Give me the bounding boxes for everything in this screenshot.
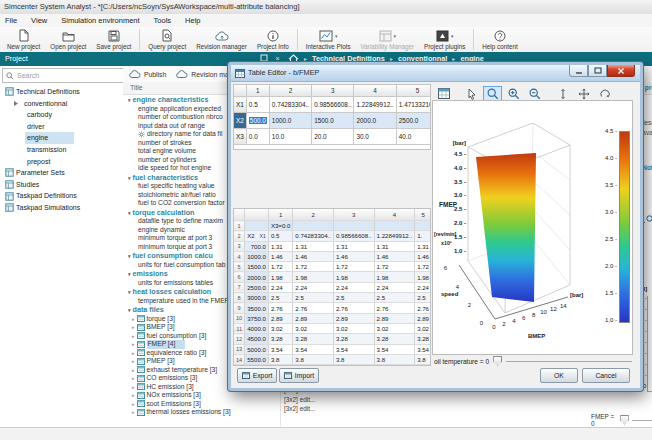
section-expander-icon[interactable]: ▾ bbox=[128, 253, 131, 259]
slice-x2-value[interactable]: 5500.0 bbox=[245, 354, 269, 364]
slice-cell[interactable]: 2.5 bbox=[293, 293, 334, 303]
axes-col-header-2[interactable]: 2 bbox=[269, 85, 311, 97]
slice-cell[interactable]: 1.98 bbox=[415, 272, 431, 282]
slice-cell[interactable] bbox=[374, 221, 415, 231]
slice-x2-value[interactable]: 3500.0 bbox=[245, 303, 269, 313]
slice-cell[interactable]: 3.8 bbox=[333, 354, 374, 364]
slice-cell[interactable]: 2.76 bbox=[268, 303, 292, 313]
pan-icon[interactable] bbox=[574, 86, 593, 101]
row-header-x3[interactable]: X3 bbox=[234, 129, 246, 145]
slice-cell[interactable]: 3.28 bbox=[374, 334, 415, 344]
slice-cell[interactable]: 2.89 bbox=[415, 313, 431, 323]
slice-cell[interactable]: 1.46 bbox=[333, 251, 374, 261]
slice-cell[interactable]: 2.24 bbox=[293, 282, 334, 292]
cancel-button[interactable]: Cancel bbox=[582, 368, 630, 383]
slice-cell[interactable]: X3=0.0 bbox=[268, 221, 292, 231]
row-expander-icon[interactable]: ▸ bbox=[132, 323, 135, 332]
slice-cell[interactable]: 1.22849912.. bbox=[374, 231, 415, 241]
tree-item-prepost[interactable]: prepost bbox=[0, 156, 123, 168]
tree-item-studies[interactable]: Studies bbox=[0, 179, 123, 191]
slice-row-number[interactable]: 11 bbox=[234, 323, 245, 333]
slice-cell[interactable]: 1.31 bbox=[374, 241, 415, 251]
zoom-box-icon[interactable] bbox=[483, 86, 502, 101]
row-expander-icon[interactable]: ▸ bbox=[132, 391, 135, 400]
slice-cell[interactable]: 1.46 bbox=[268, 251, 292, 261]
slice-cell[interactable]: 0.98566608.. bbox=[333, 231, 374, 241]
row-expander-icon[interactable]: ▸ bbox=[132, 357, 135, 366]
slice-row-number[interactable]: 2 bbox=[234, 231, 245, 241]
slice-cell[interactable]: 1.98 bbox=[333, 272, 374, 282]
axes-cell[interactable]: 500.0 bbox=[246, 113, 269, 129]
oil-temperature-slider-track[interactable] bbox=[506, 361, 632, 362]
slice-row-number[interactable]: 8 bbox=[234, 293, 245, 303]
axes-cell[interactable]: 10.0 bbox=[269, 129, 311, 145]
row-expander-icon[interactable]: ▸ bbox=[132, 366, 135, 375]
slice-row-number[interactable]: 4 bbox=[234, 251, 245, 261]
slice-x2-value[interactable]: 5000.0 bbox=[245, 344, 269, 354]
slice-cell[interactable]: 1.72 bbox=[293, 262, 334, 272]
fmep-slider-thumb[interactable] bbox=[620, 415, 628, 426]
axes-col-header-4[interactable]: 4 bbox=[354, 85, 396, 97]
tree-item-transmission[interactable]: transmission bbox=[0, 144, 123, 156]
help-content-button[interactable]: Help content bbox=[477, 28, 522, 51]
slice-row-number[interactable]: 7 bbox=[234, 282, 245, 292]
slice-row-number[interactable]: 13 bbox=[234, 344, 245, 354]
tree-item-parameter-sets[interactable]: Parameter Sets bbox=[0, 167, 123, 179]
menu-help[interactable]: Help bbox=[185, 14, 200, 27]
chevron-down-icon[interactable]: ▾ bbox=[335, 33, 338, 39]
slice-row-number[interactable]: 12 bbox=[234, 334, 245, 344]
surface-plot[interactable]: 4.5 -4.0 -3.5 -3.0 -2.5 -2.0 -1.5 -1.0 -… bbox=[432, 100, 633, 355]
section-expander-icon[interactable]: ▾ bbox=[128, 175, 131, 181]
pointer-icon[interactable] bbox=[462, 86, 481, 101]
axes-cell[interactable]: 0.74283304.. bbox=[269, 97, 311, 113]
tree-item-taskpad-definitions[interactable]: Taskpad Definitions bbox=[0, 190, 123, 202]
slice-cell[interactable]: 0.5 bbox=[268, 231, 292, 241]
slice-cell[interactable]: 3.8 bbox=[374, 354, 415, 364]
axes-cell[interactable]: 0.0 bbox=[246, 129, 269, 145]
slice-cell[interactable]: 1.98 bbox=[268, 272, 292, 282]
tree-item-taskpad-simulations[interactable]: Taskpad Simulations bbox=[0, 202, 123, 214]
slice-cell[interactable]: 1.72 bbox=[374, 262, 415, 272]
slice-cell[interactable]: 3.54 bbox=[268, 344, 292, 354]
slice-row-number[interactable]: 1 bbox=[234, 221, 245, 231]
slice-cell[interactable]: 1.46 bbox=[415, 251, 431, 261]
slice-cell[interactable]: 2.5 bbox=[268, 293, 292, 303]
slice-cell[interactable]: 1.98 bbox=[374, 272, 415, 282]
row-expander-icon[interactable]: ▸ bbox=[132, 400, 135, 409]
slice-cell[interactable]: 3.54 bbox=[374, 344, 415, 354]
slice-cell[interactable]: 2.5 bbox=[415, 293, 431, 303]
chevron-down-icon[interactable]: ▾ bbox=[451, 33, 454, 39]
slice-row-number[interactable]: 14 bbox=[234, 354, 245, 364]
axes-cell[interactable]: 20.0 bbox=[312, 129, 354, 145]
axes-cell[interactable]: 30.0 bbox=[354, 129, 396, 145]
tree-item-carbody[interactable]: carbody bbox=[0, 109, 123, 121]
ok-button[interactable]: OK bbox=[540, 368, 578, 383]
edit-link[interactable]: [3x2] edit... bbox=[284, 405, 315, 412]
row-expander-icon[interactable]: ▸ bbox=[132, 383, 135, 392]
menu-file[interactable]: File bbox=[5, 14, 17, 27]
slice-col-header-3[interactable]: 3 bbox=[333, 209, 374, 221]
section-expander-icon[interactable]: ▾ bbox=[128, 97, 131, 103]
slice-cell[interactable]: 2.24 bbox=[268, 282, 292, 292]
slice-cell[interactable]: 3.28 bbox=[415, 334, 431, 344]
slice-cell[interactable]: 2.76 bbox=[293, 303, 334, 313]
slice-cell[interactable]: 1.98 bbox=[293, 272, 334, 282]
slice-row-number[interactable]: 9 bbox=[234, 303, 245, 313]
slice-cell[interactable] bbox=[245, 221, 269, 231]
axes-col-header-3[interactable]: 3 bbox=[312, 85, 354, 97]
slice-row-number[interactable]: 5 bbox=[234, 262, 245, 272]
interactive-plots-button[interactable]: ▾ Interactive Plots bbox=[301, 28, 356, 51]
slice-cell[interactable]: 1.72 bbox=[333, 262, 374, 272]
slice-x2-value[interactable]: 3000.0 bbox=[245, 293, 269, 303]
slice-col-header-1[interactable]: 1 bbox=[268, 209, 292, 221]
row-expander-icon[interactable]: ▸ bbox=[132, 374, 135, 383]
axes-cell[interactable]: 2000.0 bbox=[354, 113, 396, 129]
rotate-3d-icon[interactable] bbox=[595, 86, 614, 101]
slice-col-header-5[interactable]: 5 bbox=[415, 209, 431, 221]
zoom-out-icon[interactable] bbox=[525, 86, 544, 101]
axes-cell[interactable]: 1.22849912.. bbox=[354, 97, 396, 113]
edit-link[interactable]: [3x2] edit... bbox=[284, 396, 315, 403]
bg-zoom-out-icon[interactable] bbox=[646, 215, 652, 224]
slice-row-number[interactable]: 3 bbox=[234, 241, 245, 251]
slice-cell[interactable]: 1. bbox=[415, 231, 431, 241]
